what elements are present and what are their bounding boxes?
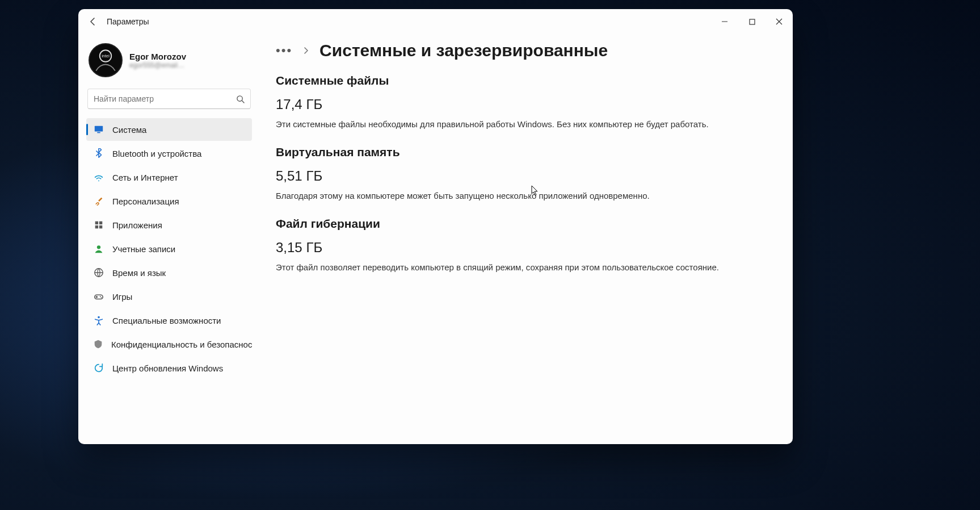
close-button[interactable] bbox=[766, 9, 793, 34]
close-icon bbox=[776, 18, 783, 25]
storage-section: Системные файлы17,4 ГБЭти системные файл… bbox=[276, 74, 770, 131]
sidebar-item-apps[interactable]: Приложения bbox=[86, 214, 252, 236]
titlebar: Параметры bbox=[78, 9, 793, 34]
avatar: intel bbox=[89, 43, 123, 77]
section-heading: Файл гибернации bbox=[276, 217, 770, 231]
settings-window: Параметры intel bbox=[78, 9, 793, 444]
minimize-icon bbox=[721, 18, 728, 25]
update-icon bbox=[93, 362, 104, 374]
sidebar-item-bluetooth[interactable]: Bluetooth и устройства bbox=[86, 142, 252, 165]
shield-icon bbox=[93, 338, 103, 350]
breadcrumb: ••• Системные и зарезервированные bbox=[276, 41, 770, 60]
profile-card[interactable]: intel Egor Morozov egor555@email… bbox=[86, 40, 252, 85]
svg-rect-7 bbox=[95, 221, 98, 224]
sidebar-item-label: Игры bbox=[112, 292, 132, 302]
avatar-image-icon: intel bbox=[90, 43, 121, 77]
sidebar-item-label: Специальные возможности bbox=[112, 316, 221, 325]
person-icon bbox=[93, 243, 104, 254]
sidebar-item-accounts[interactable]: Учетные записи bbox=[86, 237, 252, 260]
sidebar-item-timelang[interactable]: Время и язык bbox=[86, 261, 252, 284]
main-content: ••• Системные и зарезервированные Систем… bbox=[260, 34, 793, 444]
sections-container: Системные файлы17,4 ГБЭти системные файл… bbox=[276, 74, 770, 273]
maximize-icon bbox=[749, 19, 755, 25]
svg-point-16 bbox=[98, 316, 100, 319]
section-value: 5,51 ГБ bbox=[276, 168, 770, 184]
chevron-right-icon bbox=[302, 47, 309, 54]
window-controls bbox=[711, 9, 793, 34]
sidebar-item-label: Персонализация bbox=[112, 197, 179, 206]
arrow-left-icon bbox=[89, 17, 98, 26]
sidebar-item-label: Приложения bbox=[112, 220, 162, 230]
svg-rect-5 bbox=[95, 126, 103, 132]
section-description: Этот файл позволяет переводить компьютер… bbox=[276, 261, 741, 274]
search-input[interactable] bbox=[94, 94, 236, 103]
sidebar-item-label: Система bbox=[112, 125, 146, 135]
svg-point-1 bbox=[90, 44, 121, 76]
minimize-button[interactable] bbox=[711, 9, 738, 34]
sidebar-item-label: Bluetooth и устройства bbox=[112, 149, 201, 158]
profile-text: Egor Morozov egor555@email… bbox=[129, 52, 186, 69]
section-value: 17,4 ГБ bbox=[276, 97, 770, 112]
sidebar-item-label: Конфиденциальность и безопасность bbox=[111, 340, 252, 349]
svg-point-4 bbox=[237, 95, 242, 101]
nav-list: СистемаBluetooth и устройстваСеть и Инте… bbox=[86, 118, 252, 379]
section-value: 3,15 ГБ bbox=[276, 240, 770, 256]
sidebar-item-network[interactable]: Сеть и Интернет bbox=[86, 166, 252, 189]
breadcrumb-more-button[interactable]: ••• bbox=[276, 43, 292, 58]
profile-email: egor555@email… bbox=[129, 61, 186, 69]
svg-rect-9 bbox=[95, 225, 98, 228]
back-button[interactable] bbox=[85, 14, 101, 30]
gamepad-icon bbox=[93, 291, 104, 302]
svg-point-11 bbox=[97, 245, 100, 249]
apps-icon bbox=[93, 219, 104, 231]
wifi-icon bbox=[93, 172, 104, 183]
svg-rect-0 bbox=[750, 19, 755, 24]
svg-rect-8 bbox=[99, 221, 102, 224]
sidebar-item-label: Сеть и Интернет bbox=[112, 173, 178, 182]
search-icon bbox=[236, 95, 245, 103]
svg-rect-6 bbox=[97, 132, 100, 133]
maximize-button[interactable] bbox=[738, 9, 766, 34]
svg-point-14 bbox=[100, 296, 101, 297]
monitor-icon bbox=[93, 124, 104, 135]
page-title: Системные и зарезервированные bbox=[319, 41, 608, 60]
sidebar-item-label: Центр обновления Windows bbox=[112, 363, 223, 373]
section-heading: Системные файлы bbox=[276, 74, 770, 87]
profile-name: Egor Morozov bbox=[129, 52, 186, 61]
storage-section: Файл гибернации3,15 ГБЭтот файл позволяе… bbox=[276, 217, 770, 274]
svg-point-15 bbox=[101, 297, 102, 298]
sidebar-item-update[interactable]: Центр обновления Windows bbox=[86, 357, 252, 379]
sidebar-item-label: Время и язык bbox=[112, 268, 166, 278]
sidebar-item-a11y[interactable]: Специальные возможности bbox=[86, 309, 252, 332]
window-title: Параметры bbox=[107, 17, 149, 26]
section-description: Благодаря этому на компьютере может быть… bbox=[276, 190, 741, 202]
globe-icon bbox=[93, 267, 104, 278]
sidebar-item-privacy[interactable]: Конфиденциальность и безопасность bbox=[86, 333, 252, 356]
sidebar: intel Egor Morozov egor555@email… Систем… bbox=[78, 34, 260, 444]
sidebar-item-system[interactable]: Система bbox=[86, 118, 252, 141]
section-heading: Виртуальная память bbox=[276, 145, 770, 159]
sidebar-item-label: Учетные записи bbox=[112, 244, 175, 254]
storage-section: Виртуальная память5,51 ГББлагодаря этому… bbox=[276, 145, 770, 202]
brush-icon bbox=[93, 195, 104, 207]
svg-rect-10 bbox=[99, 225, 102, 228]
sidebar-item-gaming[interactable]: Игры bbox=[86, 285, 252, 308]
a11y-icon bbox=[93, 315, 104, 326]
search-box[interactable] bbox=[87, 89, 251, 109]
bluetooth-icon bbox=[93, 148, 104, 159]
svg-text:intel: intel bbox=[102, 53, 110, 58]
section-description: Эти системные файлы необходимы для прави… bbox=[276, 118, 741, 131]
sidebar-item-personalize[interactable]: Персонализация bbox=[86, 190, 252, 212]
